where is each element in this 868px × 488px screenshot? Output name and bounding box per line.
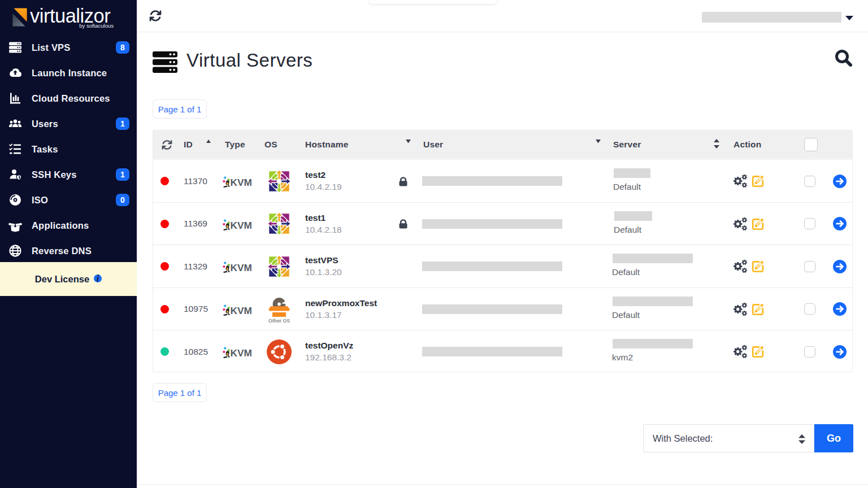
svg-text:KVM: KVM [231, 347, 252, 359]
svg-text:KVM: KVM [231, 220, 252, 231]
svg-text:KVM: KVM [231, 262, 252, 273]
svg-text:KVM: KVM [231, 177, 252, 188]
svg-text:KVM: KVM [231, 305, 252, 316]
